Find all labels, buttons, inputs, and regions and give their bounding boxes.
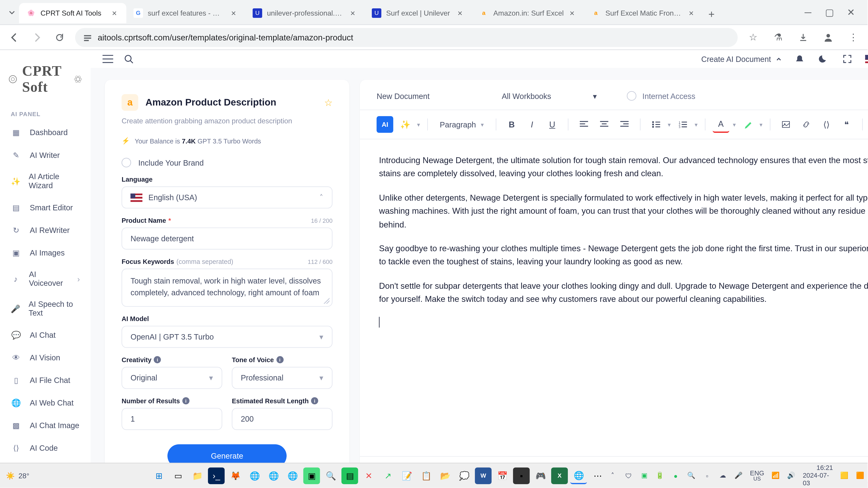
tab-unilever-prof[interactable]: U unilever-professional.com × [246,3,365,23]
tab-surf-excel-unilever[interactable]: U Surf excel | Unilever × [365,3,472,23]
numbered-list-button[interactable]: 123 [674,116,691,133]
app-button[interactable]: ▤ [342,467,358,484]
tab-search-dropdown[interactable] [5,5,19,19]
start-button[interactable]: ⊞ [151,467,167,484]
include-brand-toggle[interactable]: Include Your Brand [122,158,333,167]
ai-model-select[interactable]: OpenAI | GPT 3.5 Turbo ▾ [122,326,333,348]
quote-button[interactable]: ❝ [838,116,855,133]
align-right-button[interactable] [616,116,633,133]
underline-button[interactable]: U [544,116,561,133]
new-tab-button[interactable]: + [703,6,720,23]
sidebar-item-chat[interactable]: 💬AI Chat [0,323,91,346]
align-center-button[interactable] [596,116,613,133]
back-button[interactable] [7,30,22,44]
firefox-button[interactable]: 🦊 [227,467,244,484]
sidebar-item-ai-writer[interactable]: ✎AI Writer [0,143,91,166]
sidebar-item-vision[interactable]: 👁AI Vision [0,346,91,369]
tab-surf-excel-matic[interactable]: a Surf Excel Matic Front Load Det × [584,3,703,23]
language-select[interactable]: English (USA) ˄ [122,186,333,208]
theme-toggle-button[interactable] [817,53,829,65]
profile-button[interactable] [821,30,835,44]
product-name-input[interactable]: Newage detergent [122,228,333,250]
chevron-down-icon[interactable]: ▾ [668,121,671,128]
calendar-button[interactable]: 📅 [494,467,511,484]
close-window-button[interactable]: ✕ [846,7,856,17]
app-button[interactable]: 💭 [456,467,473,484]
app-button[interactable]: 📂 [437,467,454,484]
keywords-textarea[interactable]: Tough stain removal, work in high water … [122,269,333,307]
creativity-select[interactable]: Original ▾ [122,367,222,389]
resize-handle[interactable] [324,298,330,304]
sidebar-item-file-chat[interactable]: ▯AI File Chat [0,369,91,391]
app-button[interactable]: ▪ [513,467,530,484]
sidebar-item-web-chat[interactable]: 🌐AI Web Chat [0,391,91,414]
document-name-input[interactable]: New Document [377,92,484,101]
link-button[interactable] [798,116,814,133]
ai-button[interactable]: AI [377,116,393,133]
tab-google-search[interactable]: G surf excel features - Google Se × [126,3,246,23]
tray-app-icon[interactable]: 🟨 [840,471,849,480]
language-selector[interactable]: En [865,55,868,64]
align-left-button[interactable] [576,116,592,133]
image-button[interactable] [777,116,794,133]
fullscreen-button[interactable] [841,53,853,65]
volume-icon[interactable]: 🔊 [787,471,796,480]
favorite-button[interactable]: ☆ [324,97,333,108]
length-input[interactable]: 200 [232,408,333,430]
tab-cprt-soft[interactable]: 🌸 CPRT Soft AI Tools × [19,3,126,23]
sidebar-item-code[interactable]: ⟨⟩AI Code [0,436,91,459]
downloads-button[interactable] [796,30,810,44]
text-color-button[interactable]: A [712,116,729,133]
address-bar[interactable]: aitools.cprtsoft.com/user/templates/orig… [75,28,738,47]
tray-app-icon[interactable]: 🔋 [655,471,664,480]
steam-button[interactable]: 🎮 [532,467,549,484]
chevron-down-icon[interactable]: ▾ [694,121,698,128]
tone-select[interactable]: Professional ▾ [232,367,333,389]
editor-content[interactable]: Introducing Newage Detergent, the ultima… [360,139,868,456]
italic-button[interactable]: I [524,116,540,133]
tray-cloud-icon[interactable]: ☁ [719,471,727,480]
reload-button[interactable] [53,30,67,44]
tray-app-icon[interactable]: 🔍 [687,471,696,480]
chevron-down-icon[interactable]: ▾ [417,121,420,128]
app-button[interactable]: ✕ [361,467,377,484]
notepad-button[interactable]: 📝 [399,467,415,484]
tray-app-icon[interactable]: ▫ [703,471,711,480]
results-input[interactable]: 1 [122,408,222,430]
tray-app-icon[interactable]: ● [671,471,680,480]
tray-app-icon[interactable]: ▣ [640,471,649,480]
clock[interactable]: 16:21 2024-07-03 [803,464,833,487]
info-icon[interactable]: i [276,356,283,363]
site-info-icon[interactable] [84,33,92,41]
app-button[interactable]: 📋 [418,467,434,484]
bullet-list-button[interactable] [648,116,664,133]
info-icon[interactable]: i [182,397,189,404]
excel-button[interactable]: X [551,467,568,484]
bold-button[interactable]: B [503,116,520,133]
chrome-button[interactable]: 🌐 [246,467,263,484]
chrome-active-button[interactable]: 🌐 [570,467,587,484]
maximize-button[interactable]: ▢ [825,7,834,17]
internet-access-toggle[interactable]: Internet Access [627,91,695,101]
close-icon[interactable]: × [110,8,119,18]
close-icon[interactable]: × [229,8,238,18]
highlight-button[interactable] [739,116,756,133]
app-button[interactable]: ↗ [380,467,397,484]
app-button[interactable]: ▣ [303,467,320,484]
chrome-3-button[interactable]: 🌐 [284,467,301,484]
chevron-down-icon[interactable]: ▾ [760,121,763,128]
chrome-2-button[interactable]: 🌐 [265,467,282,484]
word-button[interactable]: W [475,467,492,484]
notifications-button[interactable] [794,53,806,65]
sidebar-item-dashboard[interactable]: ▦Dashboard [0,121,91,143]
forward-button[interactable] [30,30,44,44]
chevron-down-icon[interactable]: ▾ [733,121,736,128]
sidebar-item-smart-editor[interactable]: ▤Smart Editor [0,196,91,219]
sidebar-item-images[interactable]: ▣AI Images [0,241,91,264]
magic-wand-button[interactable]: ✨ [397,116,414,133]
sidebar-item-article-wizard[interactable]: ✨AI Article Wizard [0,166,91,196]
close-icon[interactable]: × [686,8,696,18]
close-icon[interactable]: × [348,8,358,18]
bookmark-button[interactable]: ☆ [746,30,760,44]
terminal-button[interactable]: ›_ [208,467,225,484]
